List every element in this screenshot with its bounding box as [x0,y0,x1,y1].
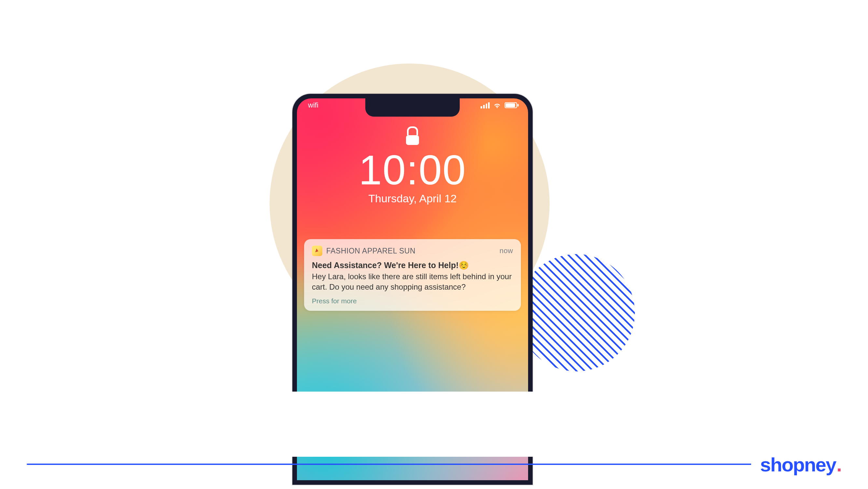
lockscreen-time: 10:00 [359,149,466,191]
decorative-circle-hatched [518,254,635,371]
brand-dot: . [836,454,841,476]
lockscreen-header: 10:00 Thursday, April 12 [297,126,528,205]
battery-full-icon [505,102,517,108]
brand-name: shopney [760,454,836,476]
wifi-icon [493,102,501,109]
notification-title: Need Assistance? We're Here to Help!☺️ [312,261,513,270]
notification-timestamp: now [499,247,513,255]
notification-header: FASHION APPAREL SUN now [312,246,513,256]
status-indicators [480,102,517,109]
notification-body: Hey Lara, looks like there are still ite… [312,271,513,292]
lock-icon [405,126,420,143]
notification-app-name: FASHION APPAREL SUN [326,247,496,255]
push-notification[interactable]: FASHION APPAREL SUN now Need Assistance?… [304,239,521,311]
brand-logo: shopney . [751,454,841,476]
crop-band [0,392,868,457]
notification-action-hint[interactable]: Press for more [312,297,513,305]
status-wifi-label: wifi [308,101,318,110]
phone-notch [365,98,460,117]
lockscreen-date: Thursday, April 12 [368,192,457,205]
footer-divider [27,464,841,465]
app-icon [312,246,322,256]
cellular-signal-icon [480,102,490,109]
